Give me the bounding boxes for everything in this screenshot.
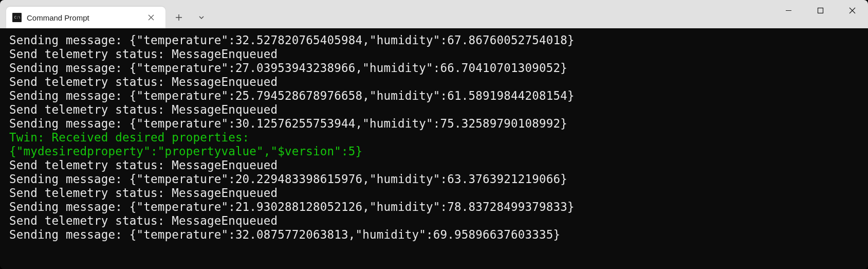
svg-rect-1	[818, 8, 823, 13]
console-line: Sending message: {"temperature":32.52782…	[9, 33, 867, 47]
titlebar: C:\ Command Prompt	[0, 0, 868, 28]
console-line: Send telemetry status: MessageEnqueued	[9, 186, 867, 200]
console-line: Twin: Received desired properties:	[9, 131, 867, 145]
tab-close-button[interactable]	[144, 10, 158, 25]
window-controls	[772, 0, 868, 21]
console-line: Sending message: {"temperature":30.12576…	[9, 117, 867, 131]
console-line: Send telemetry status: MessageEnqueued	[9, 47, 867, 61]
new-tab-button[interactable]	[169, 9, 189, 26]
tab-title: Command Prompt	[27, 13, 140, 22]
console-line: {"mydesiredproperty":"propertyvalue","$v…	[9, 145, 867, 158]
tab-dropdown-button[interactable]	[191, 9, 212, 26]
minimize-button[interactable]	[772, 0, 804, 21]
command-prompt-icon: C:\	[12, 13, 22, 22]
console-line: Send telemetry status: MessageEnqueued	[9, 158, 867, 172]
terminal-window: C:\ Command Prompt	[0, 0, 868, 269]
console-line: Sending message: {"temperature":21.93028…	[9, 200, 867, 214]
console-line: Send telemetry status: MessageEnqueued	[9, 214, 867, 228]
console-line: Sending message: {"temperature":20.22948…	[9, 172, 867, 186]
console-output[interactable]: Sending message: {"temperature":32.52782…	[0, 28, 868, 269]
svg-text:C:\: C:\	[14, 15, 20, 20]
console-line: Sending message: {"temperature":32.08757…	[9, 228, 867, 242]
tab-actions	[165, 7, 215, 28]
console-line: Send telemetry status: MessageEnqueued	[9, 103, 867, 117]
close-window-button[interactable]	[836, 0, 868, 21]
maximize-button[interactable]	[804, 0, 836, 21]
console-line: Sending message: {"temperature":25.79452…	[9, 89, 867, 103]
console-line: Send telemetry status: MessageEnqueued	[9, 75, 867, 89]
console-line: Sending message: {"temperature":27.03953…	[9, 61, 867, 75]
tab-command-prompt[interactable]: C:\ Command Prompt	[6, 7, 165, 28]
